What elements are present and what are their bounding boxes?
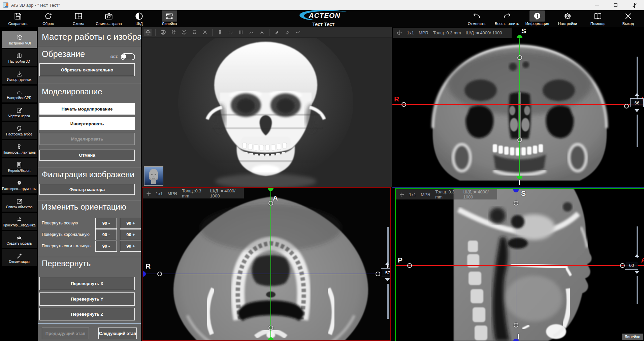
pan-icon[interactable] (399, 192, 404, 197)
pan-icon[interactable] (146, 191, 151, 196)
face-icon[interactable] (180, 29, 188, 36)
sidebar-item-cpr-settings[interactable]: Настройки CPR (2, 86, 37, 102)
implant-tool-icon[interactable] (216, 29, 224, 36)
rotate-sagittal-plus-button[interactable]: 90 + (120, 241, 141, 252)
sidebar-item-implant-planning[interactable]: Планиров…лантатов (2, 140, 37, 157)
close-tool-icon[interactable] (201, 29, 208, 36)
ruler-button[interactable]: Линейка (154, 10, 185, 27)
sidebar-item-teeth-setup[interactable]: Настройка зубов (2, 122, 37, 139)
sagittal-plane-line[interactable] (270, 188, 271, 340)
slab-icon[interactable] (237, 29, 245, 36)
clip-plane-outline-icon[interactable] (284, 29, 291, 36)
exit-button[interactable]: Выход (613, 10, 643, 27)
rotate-handle[interactable] (514, 323, 518, 328)
rotate-coronal-plus-button[interactable]: 90 + (120, 229, 141, 240)
arch-solid-icon[interactable] (258, 29, 265, 36)
rotate-coronal-minus-button[interactable]: 90 - (95, 229, 117, 240)
slice-down-arrow[interactable] (635, 109, 639, 112)
rotate-handle[interactable] (624, 104, 629, 108)
pan-icon[interactable] (396, 30, 402, 36)
tooth-icon[interactable] (191, 29, 198, 36)
layout-button[interactable]: Схема (63, 10, 94, 27)
screenshot-button[interactable]: Снимо…крана (94, 10, 124, 27)
sidebar-item-segmentation[interactable]: Сегментация (2, 249, 37, 266)
sidebar-item-reports-export[interactable]: Reports/Export (2, 158, 37, 175)
crosshair-handle[interactable] (513, 339, 519, 341)
rotate-axial-minus-button[interactable]: 90 - (95, 218, 117, 229)
maximize-button[interactable] (606, 0, 625, 10)
sidebar-item-guide-design[interactable]: Проектир…оводника (2, 213, 37, 230)
rotate-axial-plus-button[interactable]: 90 + (120, 218, 141, 229)
rotate-handle[interactable] (620, 263, 625, 268)
invert-button[interactable]: Инвертировать (39, 117, 135, 130)
lasso-icon[interactable] (227, 29, 234, 36)
slice-number-box[interactable]: 66 (630, 98, 644, 107)
viewport-axial[interactable]: 1x1 MPR Толщ.:0.3 mm Ш/Д := 4000/ 1000 A… (142, 187, 391, 341)
xray-icon[interactable] (159, 29, 167, 36)
undo-button[interactable]: Отменить (461, 10, 492, 27)
redo-button[interactable]: Восст…овить (492, 10, 522, 27)
crosshair-handle[interactable] (268, 337, 273, 340)
curve-tool-icon[interactable] (294, 29, 301, 36)
axial-plane-line[interactable] (396, 265, 644, 266)
crosshair-handle[interactable] (517, 35, 522, 38)
viewport-sagittal[interactable]: 1x1 MPR Толщ.:0.3 mm Ш/Д := 4000/ 1000 S… (392, 187, 644, 341)
save-button[interactable]: Сохранить (3, 10, 33, 27)
viewport-3d[interactable] (142, 27, 392, 187)
pan-icon[interactable] (144, 29, 152, 36)
slice-down-arrow[interactable] (385, 278, 390, 281)
slice-slider[interactable] (387, 284, 389, 319)
settings-button[interactable]: Настройки (552, 10, 583, 27)
slice-number-box[interactable]: 57 (381, 268, 391, 277)
window-level-button[interactable]: Ш/Д (124, 10, 154, 27)
crop-finalize-button[interactable]: Обрезать окончательно (39, 63, 135, 76)
rotate-handle[interactable] (517, 55, 522, 60)
viewport-coronal[interactable]: 1x1 MPR Толщ.:0.3 mm Ш/Д := 4000/ 1000 S… (392, 27, 644, 187)
cancel-button[interactable]: Отмена (39, 150, 135, 161)
slice-slider[interactable] (637, 226, 638, 258)
clip-plane-icon[interactable] (273, 29, 281, 36)
rotate-handle[interactable] (376, 272, 380, 276)
previous-step-button[interactable]: Предыдущий этап (42, 328, 89, 339)
rotate-handle[interactable] (401, 102, 406, 107)
sidebar-item-create-model[interactable]: Создать модель (2, 231, 37, 248)
slice-slider[interactable] (387, 227, 389, 267)
rotate-handle[interactable] (268, 201, 273, 206)
slice-up-arrow[interactable] (385, 262, 390, 265)
rotate-handle[interactable] (268, 326, 273, 330)
rotate-handle[interactable] (514, 201, 518, 206)
flip-z-button[interactable]: Перевернуть Z (39, 308, 135, 320)
slice-up-arrow[interactable] (635, 254, 639, 257)
flip-x-button[interactable]: Перевернуть X (39, 277, 135, 290)
slice-slider[interactable] (637, 276, 638, 304)
rotate-sagittal-minus-button[interactable]: 90 - (95, 241, 117, 252)
sidebar-item-3d-settings[interactable]: Настройки 3D (2, 49, 37, 66)
slice-down-arrow[interactable] (635, 271, 639, 274)
next-step-button[interactable]: Следующий этап (98, 328, 137, 339)
close-button[interactable] (625, 0, 644, 10)
rotate-handle[interactable] (517, 137, 522, 142)
coronal-plane-line[interactable] (142, 274, 390, 274)
minimize-button[interactable] (587, 0, 606, 10)
reset-button[interactable]: Сброс (33, 10, 63, 27)
model-button[interactable]: Моделировать (39, 133, 135, 145)
sidebar-item-advanced-tools[interactable]: Расширен…трументы (2, 177, 37, 193)
sidebar-item-object-list[interactable]: Список объектов (2, 195, 37, 212)
flip-y-button[interactable]: Перевернуть Y (39, 292, 135, 306)
sidebar-item-import-data[interactable]: Импорт данных (2, 67, 37, 84)
arch-icon[interactable] (248, 29, 255, 36)
slice-up-arrow[interactable] (635, 93, 639, 96)
help-button[interactable]: Помощь (583, 10, 613, 27)
sidebar-item-nerve-drawing[interactable]: Чертеж нерва (2, 104, 37, 121)
rotate-handle[interactable] (157, 272, 162, 276)
skull-icon[interactable] (170, 29, 177, 36)
orientation-head-thumbnail[interactable] (144, 166, 163, 186)
slice-number-box[interactable]: 60 (625, 261, 638, 270)
crop-toggle[interactable] (121, 53, 135, 60)
slice-slider[interactable] (637, 115, 638, 147)
sidebar-item-voi-settings[interactable]: Настройки VOI (2, 31, 37, 48)
axial-plane-line[interactable] (392, 104, 644, 105)
start-modeling-button[interactable]: Начать моделирование (39, 103, 135, 115)
information-button[interactable]: Информация (522, 10, 552, 27)
master-filter-button[interactable]: Фильтр мастера (39, 184, 135, 195)
